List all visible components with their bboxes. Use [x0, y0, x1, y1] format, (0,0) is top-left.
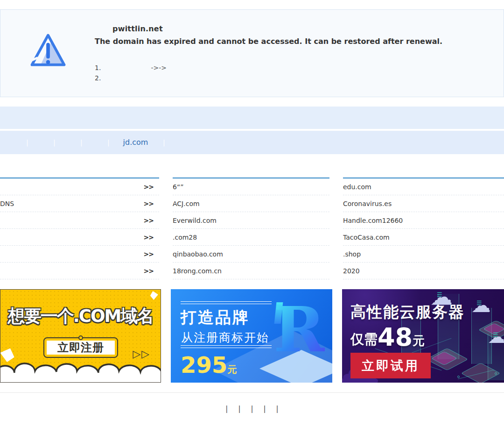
notice-steps: 1. ->-> 2. — [95, 63, 504, 83]
link-column-left: >> DNS>> >> >> >> >> — [0, 178, 159, 279]
footer-separator: | — [251, 405, 253, 413]
nav-item-1[interactable] — [0, 131, 26, 154]
list-item[interactable]: ACJ.com — [173, 195, 329, 212]
link-column-right: edu.com Coronavirus.es Handle.com12660 T… — [343, 178, 504, 279]
notice-step-2: 2. — [95, 73, 504, 83]
banner-subtitle: 从注册商标开始 — [181, 330, 269, 345]
list-item[interactable]: >> — [0, 263, 159, 279]
item-label[interactable]: .shop — [343, 250, 361, 258]
list-item[interactable]: edu.com — [343, 178, 504, 195]
jd-com-link[interactable]: jd.com — [123, 138, 148, 147]
server-rack-icon: ☰ — [493, 331, 498, 338]
list-item[interactable]: >> — [0, 246, 159, 263]
list-item[interactable]: 18rong.com.cn — [173, 263, 329, 279]
footer-divider — [0, 392, 504, 393]
paper-decor-icon — [149, 291, 159, 300]
list-item[interactable]: Everwild.com — [173, 212, 329, 229]
list-item[interactable]: TacoCasa.com — [343, 229, 504, 246]
step-text: ->-> — [151, 64, 167, 71]
more-arrow[interactable]: >> — [144, 200, 159, 207]
list-item[interactable]: DNS>> — [0, 195, 159, 212]
cloud-icon: ☁☰ — [488, 327, 504, 347]
trademark-r-logo: R — [273, 296, 325, 363]
more-arrow[interactable]: >> — [144, 183, 159, 191]
list-item[interactable]: .com28 — [173, 229, 329, 246]
price-number: 48 — [378, 325, 413, 350]
more-arrow[interactable]: >> — [144, 267, 159, 275]
price-unit: 元 — [227, 364, 237, 375]
nav-item-4[interactable] — [81, 131, 107, 154]
price: 295元 — [181, 352, 237, 378]
nav-item-3[interactable] — [54, 131, 80, 154]
cloud-border-decor — [0, 353, 161, 383]
banner-cloud-server[interactable]: ☁☰ ☁☰ ☁☰ ☁ 高性能云服务器 仅需48元 立即试用 — [342, 289, 504, 383]
expired-notice-panel: pwittlin.net The domain has expired and … — [0, 9, 504, 97]
price: 仅需48元 — [350, 325, 425, 350]
ad-banners: 想要一个.COM域名 立即注册 ▷▷ 打造品牌 从注册商标开始 295元 R — [0, 289, 504, 383]
item-label[interactable]: edu.com — [343, 183, 371, 191]
item-label[interactable]: qinbaobao.com — [173, 250, 223, 258]
item-label[interactable]: .com28 — [173, 234, 197, 241]
step-number: 2. — [95, 73, 102, 83]
more-arrow[interactable]: >> — [144, 234, 159, 241]
spacer — [0, 97, 504, 107]
list-item[interactable]: >> — [0, 212, 159, 229]
step-number: 1. — [95, 63, 102, 73]
nav-item-jd-com[interactable]: jd.com — [108, 131, 163, 154]
notice-body: pwittlin.net The domain has expired and … — [95, 10, 504, 83]
nav-item-2[interactable] — [27, 131, 53, 154]
price-number: 295 — [181, 352, 227, 378]
price-prefix: 仅需 — [350, 329, 378, 350]
banner-title: 打造品牌 — [181, 307, 250, 328]
cloud-icon: ☁☰ — [471, 294, 491, 317]
item-label[interactable]: Handle.com12660 — [343, 217, 403, 224]
top-gap — [0, 0, 504, 9]
notice-step-1: 1. ->-> — [95, 63, 504, 73]
nav-bar: | | | | jd.com | — [0, 131, 504, 154]
header-band — [0, 107, 504, 129]
list-item[interactable]: .shop — [343, 246, 504, 263]
banner-title: 想要一个.COM域名 — [0, 305, 161, 328]
expired-message: The domain has expired and cannot be acc… — [95, 37, 504, 46]
banner-trademark[interactable]: 打造品牌 从注册商标开始 295元 R — [171, 289, 332, 383]
button-dot-decor — [78, 335, 83, 340]
nav-separator: | — [163, 131, 164, 154]
banner-title: 高性能云服务器 — [350, 302, 465, 323]
try-now-button[interactable]: 立即试用 — [350, 353, 431, 378]
footer-separator: | — [264, 405, 266, 413]
warning-triangle-icon — [27, 27, 70, 74]
footer-separator: | — [225, 405, 228, 413]
server-rack-icon: ☰ — [476, 299, 482, 306]
item-label[interactable]: DNS — [0, 200, 14, 207]
double-rule-decor — [181, 301, 272, 304]
list-item[interactable]: >> — [0, 178, 159, 195]
more-arrow[interactable]: >> — [144, 250, 159, 258]
double-rule-decor — [181, 345, 272, 348]
list-item[interactable]: Handle.com12660 — [343, 212, 504, 229]
list-item[interactable]: >> — [0, 229, 159, 246]
list-item[interactable]: 2020 — [343, 263, 504, 279]
footer-links: | | | | | — [0, 405, 504, 413]
more-arrow[interactable]: >> — [144, 217, 159, 224]
item-label[interactable]: 6“” — [173, 183, 183, 191]
item-label[interactable]: ACJ.com — [173, 200, 200, 207]
item-label[interactable]: 2020 — [343, 267, 360, 275]
item-label[interactable]: Coronavirus.es — [343, 200, 392, 207]
list-item[interactable]: qinbaobao.com — [173, 246, 329, 263]
item-label[interactable]: Everwild.com — [173, 217, 217, 224]
footer-separator: | — [238, 405, 240, 413]
list-item[interactable]: 6“” — [173, 178, 329, 195]
item-label[interactable]: 18rong.com.cn — [173, 267, 222, 275]
link-column-middle: 6“” ACJ.com Everwild.com .com28 qinbaoba… — [173, 178, 329, 279]
register-now-label: 立即注册 — [47, 341, 115, 355]
list-item[interactable]: Coronavirus.es — [343, 195, 504, 212]
domain-link-columns: >> DNS>> >> >> >> >> 6“” ACJ.com Everwil… — [0, 178, 504, 279]
footer-separator: | — [276, 405, 279, 413]
item-label[interactable]: TacoCasa.com — [343, 234, 390, 241]
expired-domain-name: pwittlin.net — [112, 24, 504, 33]
price-unit: 元 — [413, 332, 425, 350]
banner-com-domain[interactable]: 想要一个.COM域名 立即注册 ▷▷ — [0, 289, 161, 383]
server-rack-icon: ☰ — [437, 291, 442, 298]
